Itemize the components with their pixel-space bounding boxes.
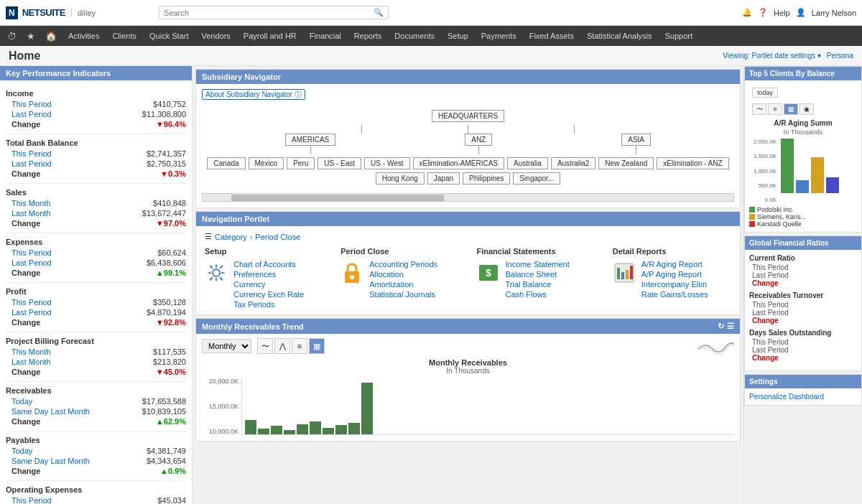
about-subsidiary-link[interactable]: About Subsidiary Navigator ⓘ [202, 89, 305, 100]
org-peru[interactable]: Peru [287, 157, 315, 169]
area-chart-btn[interactable]: ⋀ [274, 338, 290, 354]
nav-section-detail-reports: Detail Reports [613, 247, 731, 309]
org-headquarters[interactable]: HEADQUARTERS [432, 110, 504, 122]
nav-support[interactable]: Support [659, 29, 699, 43]
org-canada[interactable]: Canada [207, 157, 245, 169]
nav-statistical[interactable]: Statistical Analysis [581, 29, 657, 43]
org-australia2[interactable]: Australia2 [551, 157, 595, 169]
org-americas[interactable]: AMERICAS [285, 134, 335, 146]
nav-balance-sheet[interactable]: Balance Sheet [506, 270, 570, 279]
line-chart-btn[interactable]: 〜 [257, 338, 273, 354]
search-bar[interactable]: 🔍 [159, 6, 389, 19]
org-us-west[interactable]: US - West [364, 157, 409, 169]
nav-preferences[interactable]: Preferences [233, 270, 304, 279]
nav-fixed-assets[interactable]: Fixed Assets [524, 29, 580, 43]
org-nz[interactable]: New Zealand [598, 157, 654, 169]
ar-yaxis-2000: 2,000.0K [749, 139, 777, 145]
nav-income-statement[interactable]: Income Statement [506, 260, 570, 269]
alerts-icon[interactable]: 🔔 [742, 8, 752, 17]
org-elim-anz[interactable]: xElimination - ANZ [657, 157, 728, 169]
help-icon[interactable]: ❓ [758, 8, 768, 17]
kpi-expenses-thisperiod-label[interactable]: This Period [11, 248, 52, 257]
pie-tab[interactable]: ◉ [800, 103, 814, 115]
favorites-icon[interactable]: ★ [22, 28, 40, 45]
kpi-pay-lastmonth-label[interactable]: Same Day Last Month [11, 457, 90, 465]
nav-documents[interactable]: Documents [389, 29, 440, 43]
line-tab[interactable]: 〜 [752, 103, 766, 115]
kpi-sales-lastmonth-label[interactable]: Last Month [11, 209, 50, 218]
nav-amortization[interactable]: Amortization [369, 280, 437, 289]
kpi-income-thisperiod-label[interactable]: This Period [11, 100, 52, 108]
breadcrumb-category[interactable]: Category [215, 233, 247, 241]
kpi-opex-thisperiod-label[interactable]: This Period [11, 496, 52, 504]
kpi-recv-today-label[interactable]: Today [11, 397, 32, 406]
nav-clients[interactable]: Clients [106, 29, 142, 43]
nav-payments[interactable]: Payments [476, 29, 522, 43]
nav-ap-aging-report[interactable]: A/P Aging Report [641, 270, 708, 279]
nav-intercompany-elim[interactable]: Intercompany Elim [641, 280, 708, 289]
nav-accounting-periods[interactable]: Accounting Periods [369, 260, 437, 269]
breadcrumb-icon: ☰ [205, 232, 212, 241]
org-philippines[interactable]: Philippines [463, 172, 510, 185]
bar-tab[interactable]: ▦ [784, 103, 798, 115]
org-anz[interactable]: ANZ [465, 134, 492, 146]
org-mexico[interactable]: Mexico [249, 157, 284, 169]
nav-financial[interactable]: Financial [304, 29, 347, 43]
nav-vendors[interactable]: Vendors [195, 29, 236, 43]
monthly-dropdown[interactable]: Monthly [202, 339, 251, 353]
nav-trial-balance[interactable]: Trial Balance [506, 280, 570, 289]
user-name[interactable]: Larry Nelson [812, 9, 856, 17]
nav-allocation[interactable]: Allocation [369, 270, 437, 279]
table-tab[interactable]: ≡ [768, 103, 782, 115]
org-elim-americas[interactable]: xElimination-AMERICAS [413, 157, 504, 169]
org-japan[interactable]: Japan [427, 172, 460, 185]
kpi-bank-thisperiod-label[interactable]: This Period [11, 149, 52, 158]
table-btn[interactable]: ≡ [292, 338, 307, 354]
kpi-billing-change-value: ▼45.0% [156, 368, 186, 376]
nav-rate-gains-losses[interactable]: Rate Gains/Losses [641, 290, 708, 299]
kpi-income-lastperiod-label[interactable]: Last Period [11, 110, 52, 118]
search-input[interactable] [164, 9, 374, 17]
nav-currency-exch[interactable]: Currency Exch Rate [233, 290, 304, 299]
kpi-expenses-lastperiod-label[interactable]: Last Period [11, 258, 52, 267]
org-australia[interactable]: Australia [507, 157, 548, 169]
bar-2 [258, 429, 269, 434]
kpi-pay-today-label[interactable]: Today [11, 447, 32, 455]
nav-tax-periods[interactable]: Tax Periods [233, 300, 304, 309]
help-label[interactable]: Help [774, 9, 790, 17]
nav-ar-aging-report[interactable]: A/R Aging Report [641, 260, 708, 269]
viewing-portlet-settings[interactable]: Viewing: Portlet date settings ▾ [723, 52, 821, 60]
nav-setup[interactable]: Setup [442, 29, 474, 43]
bar-chart-btn[interactable]: ▦ [309, 338, 325, 354]
org-us-east[interactable]: US - East [318, 157, 361, 169]
nav-cash-flows[interactable]: Cash Flows [506, 290, 570, 299]
personalize-dashboard-link[interactable]: Personalize Dashboard [749, 393, 857, 401]
nav-quickstart[interactable]: Quick Start [144, 29, 194, 43]
history-icon[interactable]: ⏱ [3, 28, 21, 45]
nav-currency[interactable]: Currency [233, 280, 304, 289]
gfr-rt-last-label: Last Period [752, 309, 789, 317]
search-icon[interactable]: 🔍 [374, 8, 384, 17]
persona-link[interactable]: Persona [827, 52, 853, 60]
main-content: Key Performance Indicators Income This P… [0, 66, 862, 504]
org-asia[interactable]: ASIA [621, 134, 651, 146]
kpi-billing-lastmonth-label[interactable]: Last Month [11, 358, 50, 366]
kpi-sales-thismonth-label[interactable]: This Month [11, 199, 50, 207]
kpi-billing-thismonth-label[interactable]: This Month [11, 347, 50, 356]
nav-chart-of-accounts[interactable]: Chart of Accounts [233, 260, 304, 269]
home-icon[interactable]: 🏠 [41, 28, 61, 45]
kpi-profit-thisperiod-label[interactable]: This Period [11, 298, 52, 307]
kpi-recv-lastmonth-label[interactable]: Same Day Last Month [11, 407, 90, 416]
nav-activities[interactable]: Activities [62, 29, 105, 43]
org-hongkong[interactable]: Hong Kong [376, 172, 425, 185]
kpi-bank-lastperiod-label[interactable]: Last Period [11, 159, 52, 168]
nav-statistical-journals[interactable]: Statistical Journals [369, 290, 437, 299]
org-singapore[interactable]: Singapor... [513, 172, 560, 185]
refresh-icon[interactable]: ↻ [718, 322, 724, 331]
kpi-profit-lastperiod-label[interactable]: Last Period [11, 308, 52, 317]
settings-menu-icon[interactable]: ☰ [727, 322, 734, 331]
nav-reports[interactable]: Reports [348, 29, 388, 43]
subsidiary-scrollbar[interactable] [202, 193, 734, 202]
breadcrumb-period-close[interactable]: Period Close [255, 233, 300, 241]
nav-payroll[interactable]: Payroll and HR [238, 29, 302, 43]
